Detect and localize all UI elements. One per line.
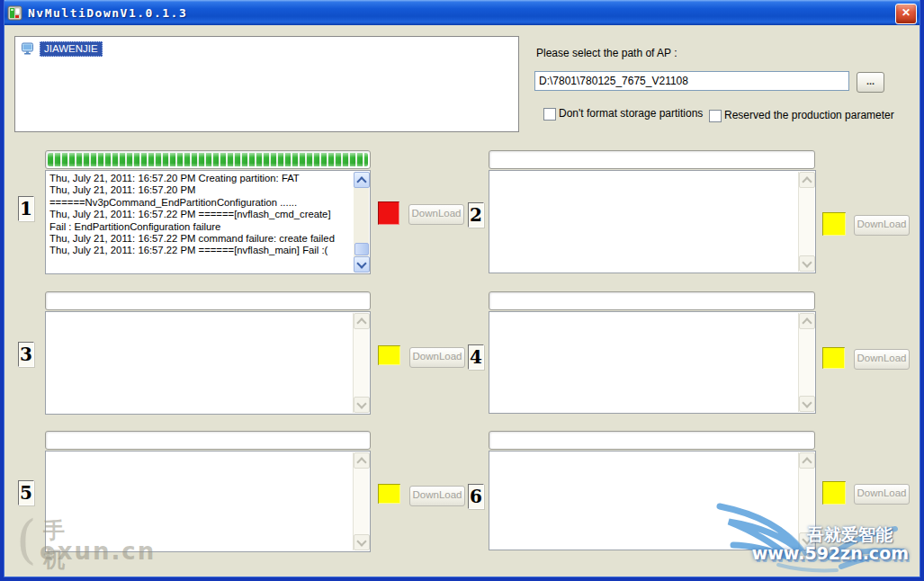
reserved-checkbox[interactable] (709, 110, 722, 122)
progress-fill-1 (48, 153, 368, 166)
progress-bar-2 (489, 150, 815, 169)
progress-bar-5 (45, 431, 371, 450)
device-item-label: JIAWENJIE (40, 41, 103, 57)
download-button-5[interactable]: DownLoad (409, 486, 465, 506)
reserved-label[interactable]: Reserved the production parameter (724, 109, 894, 121)
computer-icon (21, 42, 34, 56)
log-box-2 (489, 170, 816, 273)
download-button-2[interactable]: DownLoad (854, 215, 910, 236)
scroll-up-icon (799, 452, 815, 469)
scrollbar-5 (353, 452, 369, 550)
progress-bar-6 (489, 431, 815, 450)
log-box-4 (489, 311, 816, 414)
status-led-6 (822, 481, 846, 505)
log-box-5 (45, 451, 371, 552)
device-list[interactable]: JIAWENJIE (14, 36, 519, 132)
progress-bar-1 (45, 150, 371, 169)
no-format-label[interactable]: Don't format storage partitions (559, 107, 703, 120)
scroll-up-icon (354, 452, 370, 469)
scrollbar-6 (798, 452, 814, 549)
panel-number-2: 2 (468, 202, 484, 228)
window-title: NvMultiDownV1.0.1.3 (28, 6, 187, 20)
panel-number-6: 6 (468, 484, 484, 509)
status-led-5 (378, 484, 400, 504)
progress-bar-4 (489, 291, 815, 310)
scroll-down-icon[interactable] (354, 256, 370, 273)
panel-number-4: 4 (468, 344, 484, 370)
download-button-3[interactable]: DownLoad (409, 347, 465, 368)
scroll-up-icon[interactable] (354, 172, 370, 188)
scroll-up-icon (799, 313, 815, 329)
progress-bar-3 (45, 291, 371, 310)
scroll-up-icon (354, 313, 370, 329)
close-button[interactable]: ✕ (895, 4, 917, 24)
ap-path-label: Please select the path of AP : (536, 47, 677, 59)
app-icon[interactable] (7, 5, 22, 21)
panel-number-1: 1 (18, 196, 34, 221)
device-item[interactable]: JIAWENJIE (21, 40, 103, 57)
log-box-3 (45, 311, 371, 415)
scrollbar-3 (353, 313, 369, 413)
status-led-2 (822, 212, 846, 236)
download-button-1[interactable]: DownLoad (408, 204, 464, 225)
ap-path-input[interactable] (534, 71, 849, 91)
status-led-1 (378, 201, 399, 225)
status-led-3 (378, 345, 400, 365)
title-bar: NvMultiDownV1.0.1.3 ✕ (0, 0, 924, 25)
scrollbar-4 (798, 313, 814, 412)
scrollbar-2 (798, 172, 814, 272)
scroll-down-icon (799, 396, 815, 412)
log-box-1: Thu, July 21, 2011: 16:57.20 PM Creating… (45, 170, 371, 274)
scroll-down-icon (354, 397, 370, 413)
scroll-thumb[interactable] (354, 243, 369, 255)
download-button-4[interactable]: DownLoad (854, 349, 910, 370)
scroll-down-icon (799, 255, 815, 272)
panel-number-3: 3 (18, 342, 34, 367)
download-button-6[interactable]: DownLoad (854, 484, 910, 505)
app-window: NvMultiDownV1.0.1.3 ✕ JIAWENJIE Please s… (0, 0, 924, 581)
no-format-checkbox[interactable] (543, 108, 556, 121)
browse-button[interactable]: ... (857, 72, 884, 93)
panel-number-5: 5 (18, 480, 34, 505)
scroll-down-icon (354, 534, 370, 550)
scroll-down-icon (799, 532, 815, 549)
log-text-1: Thu, July 21, 2011: 16:57.20 PM Creating… (49, 173, 352, 257)
log-box-6 (489, 451, 816, 550)
scroll-up-icon (799, 172, 815, 188)
status-led-4 (822, 347, 845, 369)
scrollbar-1[interactable] (354, 172, 369, 273)
